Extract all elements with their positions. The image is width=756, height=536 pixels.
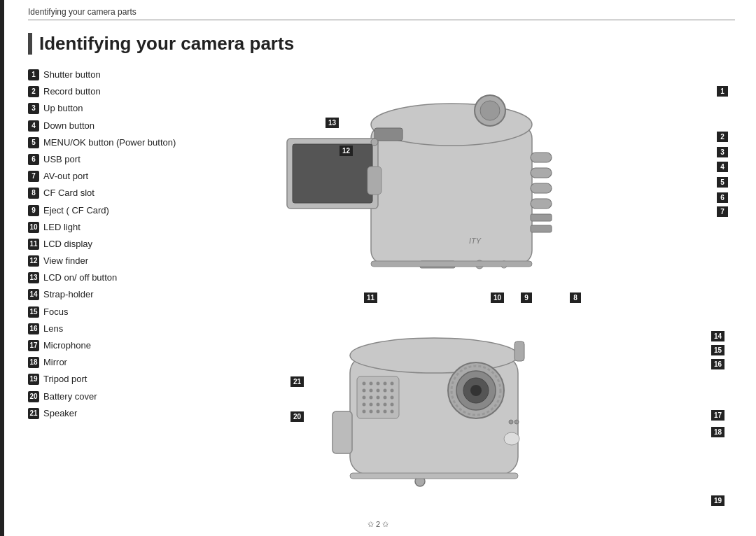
svg-rect-11	[531, 214, 552, 221]
svg-point-28	[363, 389, 366, 393]
part-number: 9	[28, 205, 39, 216]
svg-point-31	[384, 389, 387, 393]
callout-3: 3	[717, 147, 728, 157]
part-label: Mirror	[43, 356, 67, 369]
page-container: Identifying your camera parts Identifyin…	[28, 0, 735, 509]
part-label: Lens	[43, 323, 63, 335]
part-number: 12	[28, 255, 39, 267]
svg-point-55	[514, 420, 519, 424]
list-item: 7AV-out port	[28, 170, 231, 183]
part-number: 10	[28, 222, 39, 233]
list-item: 6USB port	[28, 153, 231, 166]
list-item: 3Up button	[28, 102, 231, 115]
part-number: 4	[28, 120, 39, 132]
list-item: 4Down button	[28, 120, 231, 132]
list-item: 1Shutter button	[28, 69, 231, 81]
callout-9: 9	[521, 292, 532, 303]
part-label: LCD on/ off button	[43, 271, 117, 284]
svg-rect-17	[374, 128, 402, 141]
callout-18: 18	[711, 427, 724, 437]
svg-point-24	[370, 382, 373, 386]
list-item: 12View finder	[28, 255, 231, 267]
svg-rect-57	[332, 411, 352, 453]
svg-rect-52	[514, 341, 524, 361]
part-number: 2	[28, 86, 39, 97]
part-label: MENU/OK button (Power button)	[43, 136, 176, 149]
page-number: ✩ 2 ✩	[368, 520, 388, 529]
list-item: 14Strap-holder	[28, 288, 231, 301]
callout-8: 8	[570, 292, 581, 303]
list-item: 13LCD on/ off button	[28, 271, 231, 284]
part-number: 3	[28, 103, 39, 114]
part-number: 20	[28, 391, 39, 402]
part-number: 18	[28, 357, 39, 368]
svg-point-6	[480, 101, 500, 120]
top-border	[0, 0, 4, 536]
part-label: View finder	[43, 255, 88, 267]
callout-6: 6	[717, 192, 728, 203]
svg-point-34	[370, 396, 373, 400]
svg-point-45	[377, 410, 380, 414]
part-label: LCD display	[43, 238, 92, 251]
svg-point-29	[370, 389, 373, 393]
part-label: Strap-holder	[43, 288, 94, 301]
svg-point-38	[363, 403, 366, 407]
svg-rect-3	[293, 144, 372, 203]
main-layout: 1Shutter button2Record button3Up button4…	[28, 69, 735, 509]
list-item: 5MENU/OK button (Power button)	[28, 136, 231, 149]
svg-point-23	[363, 382, 366, 386]
callout-20: 20	[290, 411, 304, 422]
svg-point-44	[370, 410, 373, 414]
list-item: 10LED light	[28, 221, 231, 234]
part-label: Record button	[43, 85, 101, 98]
callout-11: 11	[364, 292, 377, 303]
breadcrumb: Identifying your camera parts	[28, 7, 735, 20]
callout-19: 19	[711, 495, 724, 506]
part-number: 6	[28, 154, 39, 165]
part-number: 15	[28, 306, 39, 318]
callout-16: 16	[711, 359, 724, 369]
part-number: 13	[28, 272, 39, 283]
part-number: 11	[28, 239, 39, 250]
svg-point-18	[371, 139, 378, 146]
svg-point-51	[470, 385, 482, 396]
part-label: LED light	[43, 221, 80, 234]
part-number: 19	[28, 374, 39, 385]
part-label: Tripod port	[43, 373, 87, 386]
camera-top-diagram: ITY 1 2 3 4 5 6 7 8	[245, 69, 735, 313]
svg-rect-7	[531, 153, 552, 162]
camera-top-svg: ITY	[245, 69, 637, 306]
part-number: 7	[28, 171, 39, 182]
list-item: 11LCD display	[28, 238, 231, 251]
diagrams: ITY 1 2 3 4 5 6 7 8	[245, 69, 735, 509]
callout-12: 12	[340, 146, 353, 156]
part-label: Eject ( CF Card)	[43, 204, 109, 217]
parts-list: 1Shutter button2Record button3Up button4…	[28, 69, 231, 509]
svg-rect-16	[371, 261, 532, 267]
part-label: Microphone	[43, 339, 91, 352]
svg-point-40	[377, 403, 380, 407]
list-item: 21Speaker	[28, 407, 231, 420]
part-number: 21	[28, 408, 39, 419]
list-item: 9Eject ( CF Card)	[28, 204, 231, 217]
part-number: 8	[28, 188, 39, 199]
callout-17: 17	[711, 410, 724, 421]
callout-1: 1	[717, 86, 728, 97]
part-number: 1	[28, 69, 39, 80]
svg-point-41	[384, 403, 387, 407]
part-number: 16	[28, 323, 39, 334]
list-item: 17Microphone	[28, 339, 231, 352]
callout-5: 5	[717, 177, 728, 188]
svg-rect-4	[368, 167, 382, 195]
svg-point-39	[370, 403, 373, 407]
svg-point-54	[509, 420, 513, 424]
svg-point-43	[363, 410, 366, 414]
svg-point-36	[384, 396, 387, 400]
list-item: 20Battery cover	[28, 390, 231, 403]
part-label: Speaker	[43, 407, 77, 420]
list-item: 8CF Card slot	[28, 187, 231, 199]
part-label: Shutter button	[43, 69, 101, 81]
callout-2: 2	[717, 132, 728, 142]
svg-point-33	[363, 396, 366, 400]
callout-21: 21	[290, 376, 304, 387]
